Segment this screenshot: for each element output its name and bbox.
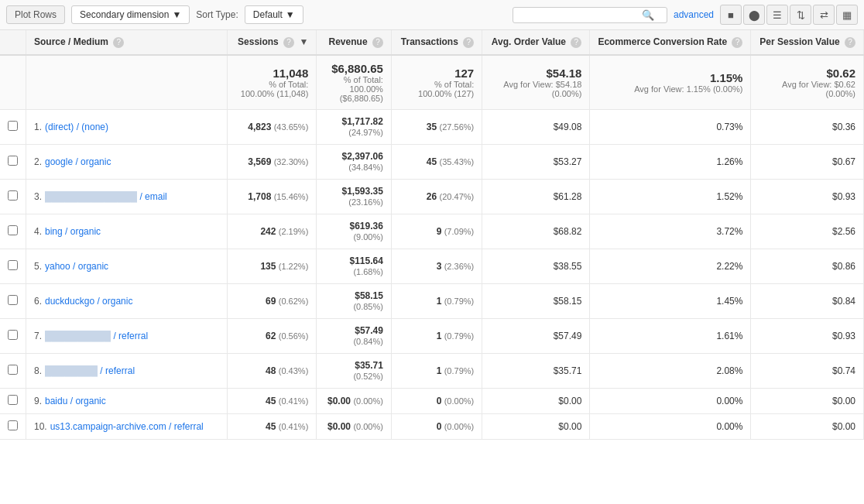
plot-rows-button[interactable]: Plot Rows [6,5,65,24]
totals-sessions-value: 11,048 [235,67,308,80]
revenue-value: $619.36 [350,221,383,231]
list-view-icon-button[interactable]: ☰ [766,5,788,25]
sessions-value: 242 [260,226,276,237]
source-link[interactable]: google / organic [45,156,111,167]
row-checkbox[interactable] [8,190,18,201]
totals-ecommerce-cell: 1.15% Avg for View: 1.15% (0.00%) [590,55,751,110]
per-session-cell: $2.56 [751,214,864,249]
ecommerce-rate-value: 2.08% [716,365,742,376]
revenue-value: $1,593.35 [342,186,383,197]
table-row: 3.██████████████ / email1,708 (15.46%)$1… [0,180,864,214]
row-checkbox[interactable] [8,330,18,340]
revenue-value: $57.49 [355,325,383,336]
transactions-cell: 9 (7.09%) [391,214,482,249]
advanced-link[interactable]: advanced [674,9,714,20]
revenue-cell: $57.49 (0.84%) [317,319,392,354]
per-session-cell: $0.67 [751,145,864,180]
source-link[interactable]: (direct) / (none) [45,122,108,132]
sessions-cell: 69 (0.62%) [228,284,317,319]
sessions-cell: 62 (0.56%) [228,319,317,354]
row-checkbox-cell [0,389,26,414]
comparison-view-icon-button[interactable]: ⇅ [790,5,811,25]
per-session-value: $0.36 [832,122,855,132]
source-link[interactable]: bing / organic [45,226,101,237]
transactions-cell: 1 (0.79%) [391,284,482,319]
pie-view-icon-button[interactable]: ⬤ [743,5,765,25]
source-medium-cell: 4.bing / organic [26,214,228,249]
transactions-value: 26 [427,191,437,202]
source-medium-cell: 6.duckduckgo / organic [26,284,228,319]
avg-order-value: $35.71 [554,365,582,376]
row-checkbox[interactable] [8,295,18,305]
search-box: 🔍 [513,7,667,23]
avg-order-value: $57.49 [554,331,582,341]
source-link[interactable]: baidu / organic [45,396,106,406]
table-header-row: Source / Medium ? Sessions ? ▼ Revenue ?… [0,30,864,55]
sessions-help-icon[interactable]: ? [283,37,294,48]
sort-type-button[interactable]: Default ▼ [245,5,303,24]
revenue-pct: (34.84%) [348,163,383,172]
secondary-dimension-button[interactable]: Secondary dimension ▼ [71,5,190,24]
transactions-header[interactable]: Transactions ? [391,30,482,55]
avg-order-header[interactable]: Avg. Order Value ? [482,30,590,55]
sort-arrow-icon: ▼ [299,36,308,47]
search-input[interactable] [518,9,642,20]
revenue-header[interactable]: Revenue ? [317,30,392,55]
row-checkbox[interactable] [8,225,18,235]
row-checkbox[interactable] [8,260,18,270]
table-row: 1.(direct) / (none)4,823 (43.65%)$1,717.… [0,110,864,145]
per-session-value: $0.74 [832,365,855,376]
source-link[interactable]: yahoo / organic [45,261,108,272]
avg-order-cell: $35.71 [482,354,590,389]
sessions-pct: (32.30%) [274,157,309,166]
transactions-help-icon[interactable]: ? [463,37,474,48]
table-row: 6.duckduckgo / organic69 (0.62%)$58.15 (… [0,284,864,319]
sessions-cell: 135 (1.22%) [228,249,317,284]
source-medium-header: Source / Medium ? [26,30,228,55]
row-checkbox[interactable] [8,156,18,166]
source-link[interactable]: / email [137,191,167,202]
row-number: 7. [34,331,42,341]
per-session-value: $0.67 [832,156,855,167]
ecommerce-rate-header[interactable]: Ecommerce Conversion Rate ? [590,30,751,55]
ecommerce-rate-value: 0.73% [716,122,742,132]
per-session-header[interactable]: Per Session Value ? [751,30,864,55]
source-link[interactable]: / referral [98,365,135,376]
row-checkbox[interactable] [8,420,18,430]
secondary-dimension-label: Secondary dimension [80,9,169,20]
ecommerce-rate-cell: 0.73% [590,110,751,145]
transactions-cell: 1 (0.79%) [391,319,482,354]
table-row: 9.baidu / organic45 (0.41%)$0.00 (0.00%)… [0,389,864,414]
per-session-value: $0.93 [832,191,855,202]
sessions-pct: (0.41%) [279,396,309,406]
transactions-pct: (0.00%) [444,396,475,406]
source-link[interactable]: us13.campaign-archive.com / referral [50,421,204,432]
per-session-value: $2.56 [832,226,855,237]
lifetime-view-icon-button[interactable]: ▦ [836,5,858,25]
pivot-view-icon-button[interactable]: ⇄ [813,5,835,25]
source-link[interactable]: / referral [111,331,148,341]
row-checkbox[interactable] [8,365,18,375]
source-link[interactable]: duckduckgo / organic [45,296,132,307]
totals-revenue-value: $6,880.65 [324,62,383,75]
sessions-value: 1,708 [248,191,271,202]
revenue-pct: (0.00%) [353,396,383,406]
revenue-help-icon[interactable]: ? [372,37,383,48]
grid-view-icon-button[interactable]: ■ [720,5,742,25]
avg-order-help-icon[interactable]: ? [571,37,581,48]
ecommerce-help-icon[interactable]: ? [732,37,742,48]
sessions-cell: 1,708 (15.46%) [228,180,317,214]
source-medium-help-icon[interactable]: ? [113,37,124,48]
table-row: 2.google / organic3,569 (32.30%)$2,397.0… [0,145,864,180]
sessions-header[interactable]: Sessions ? ▼ [228,30,317,55]
analytics-table: Source / Medium ? Sessions ? ▼ Revenue ?… [0,30,864,440]
per-session-value: $0.93 [832,331,855,341]
row-checkbox[interactable] [8,395,18,405]
row-number: 9. [34,396,42,406]
search-icon[interactable]: 🔍 [642,9,654,21]
row-checkbox[interactable] [8,121,18,131]
per-session-help-icon[interactable]: ? [845,37,855,48]
totals-sessions-cell: 11,048 % of Total: 100.00% (11,048) [228,55,317,110]
sort-type-label: Sort Type: [196,9,238,20]
source-medium-cell: 3.██████████████ / email [26,180,228,214]
